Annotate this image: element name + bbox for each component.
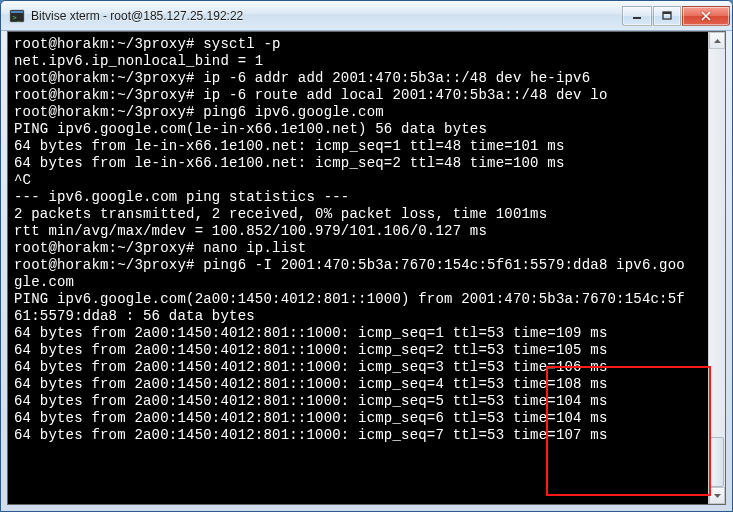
terminal-line: 64 bytes from 2a00:1450:4012:801::1000: … bbox=[14, 359, 702, 376]
minimize-button[interactable] bbox=[622, 6, 652, 26]
terminal-line: 64 bytes from 2a00:1450:4012:801::1000: … bbox=[14, 410, 702, 427]
terminal-line: root@horakm:~/3proxy# sysctl -p bbox=[14, 36, 702, 53]
window-controls bbox=[622, 6, 730, 26]
terminal-line: 64 bytes from 2a00:1450:4012:801::1000: … bbox=[14, 376, 702, 393]
terminal-line: net.ipv6.ip_nonlocal_bind = 1 bbox=[14, 53, 702, 70]
terminal-line: root@horakm:~/3proxy# ip -6 addr add 200… bbox=[14, 70, 702, 87]
terminal-line: 64 bytes from 2a00:1450:4012:801::1000: … bbox=[14, 427, 702, 444]
terminal-line: ^C bbox=[14, 172, 702, 189]
terminal-line: 61:5579:dda8 : 56 data bytes bbox=[14, 308, 702, 325]
scroll-up-button[interactable] bbox=[709, 32, 725, 49]
terminal-line: 64 bytes from 2a00:1450:4012:801::1000: … bbox=[14, 393, 702, 410]
terminal-line: --- ipv6.google.com ping statistics --- bbox=[14, 189, 702, 206]
terminal-line: rtt min/avg/max/mdev = 100.852/100.979/1… bbox=[14, 223, 702, 240]
terminal-line: PING ipv6.google.com(le-in-x66.1e100.net… bbox=[14, 121, 702, 138]
terminal-output[interactable]: root@horakm:~/3proxy# sysctl -pnet.ipv6.… bbox=[8, 32, 708, 504]
terminal-line: 64 bytes from le-in-x66.1e100.net: icmp_… bbox=[14, 155, 702, 172]
xterm-window: >_ Bitvise xterm - root@185.127.25.192:2… bbox=[0, 0, 733, 512]
app-icon: >_ bbox=[9, 8, 25, 24]
terminal-line: 64 bytes from 2a00:1450:4012:801::1000: … bbox=[14, 342, 702, 359]
scroll-thumb[interactable] bbox=[710, 437, 724, 487]
terminal-line: 2 packets transmitted, 2 received, 0% pa… bbox=[14, 206, 702, 223]
scroll-down-button[interactable] bbox=[709, 487, 725, 504]
terminal-line: PING ipv6.google.com(2a00:1450:4012:801:… bbox=[14, 291, 702, 308]
vertical-scrollbar[interactable] bbox=[708, 32, 725, 504]
scroll-track[interactable] bbox=[709, 49, 725, 487]
terminal-line: root@horakm:~/3proxy# ping6 ipv6.google.… bbox=[14, 104, 702, 121]
maximize-button[interactable] bbox=[653, 6, 681, 26]
window-title: Bitvise xterm - root@185.127.25.192:22 bbox=[31, 9, 622, 23]
terminal-line: gle.com bbox=[14, 274, 702, 291]
svg-rect-5 bbox=[663, 12, 671, 14]
terminal-line: 64 bytes from le-in-x66.1e100.net: icmp_… bbox=[14, 138, 702, 155]
titlebar[interactable]: >_ Bitvise xterm - root@185.127.25.192:2… bbox=[1, 1, 732, 31]
terminal-area: root@horakm:~/3proxy# sysctl -pnet.ipv6.… bbox=[7, 31, 726, 505]
svg-rect-3 bbox=[633, 17, 641, 19]
terminal-line: 64 bytes from 2a00:1450:4012:801::1000: … bbox=[14, 325, 702, 342]
close-button[interactable] bbox=[682, 6, 730, 26]
svg-text:>_: >_ bbox=[13, 14, 22, 22]
terminal-line: root@horakm:~/3proxy# ip -6 route add lo… bbox=[14, 87, 702, 104]
terminal-line: root@horakm:~/3proxy# nano ip.list bbox=[14, 240, 702, 257]
terminal-line: root@horakm:~/3proxy# ping6 -I 2001:470:… bbox=[14, 257, 702, 274]
svg-rect-1 bbox=[11, 11, 23, 13]
